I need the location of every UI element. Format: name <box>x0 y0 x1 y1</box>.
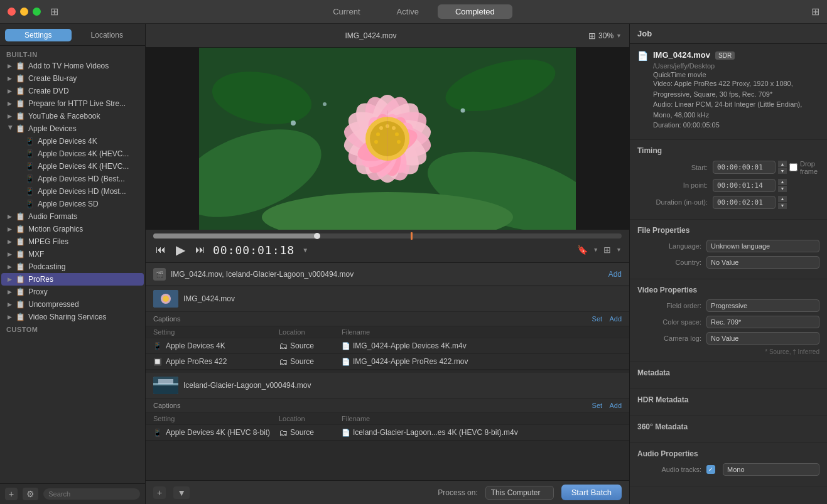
captions-add-button[interactable]: Add <box>609 315 622 323</box>
job-title: IMG_0424.mov, Iceland-Glacier-Lagoon_v00… <box>171 270 608 279</box>
start-input[interactable] <box>713 161 776 174</box>
tab-locations[interactable]: Locations <box>74 29 141 41</box>
sidebar-item-apple-sd[interactable]: 📱 Apple Devices SD <box>1 198 144 210</box>
chevron-icon: ▶ <box>8 289 14 295</box>
view-chevron-icon[interactable]: ▼ <box>616 247 622 253</box>
scrubber-track[interactable] <box>153 233 622 239</box>
sidebar-item-podcasting[interactable]: ▶ 📋 Podcasting <box>1 260 144 273</box>
country-select[interactable]: No Value <box>706 256 819 269</box>
titlebar-right: ⊞ <box>769 6 819 18</box>
camera-log-select[interactable]: No Value <box>706 332 819 345</box>
settings-button[interactable]: ⚙ <box>23 488 38 500</box>
drop-frame-checkbox: Drop frame <box>789 160 819 175</box>
maximize-button[interactable] <box>33 8 41 16</box>
in-point-input[interactable] <box>713 179 776 192</box>
minimize-button[interactable] <box>20 8 28 16</box>
captions-set-button[interactable]: Set <box>592 402 603 409</box>
duration-input[interactable] <box>713 196 776 209</box>
output-item-header: Iceland-Glacier-Lagoon_v000494.mov <box>146 373 629 399</box>
sidebar-item-create-dvd[interactable]: ▶ 📋 Create DVD <box>1 85 144 97</box>
video-properties-note: * Source, † Inferred <box>637 348 819 355</box>
sidebar-item-label: Apple Devices SD <box>38 200 99 208</box>
close-button[interactable] <box>8 8 16 16</box>
sidebar-item-apple-4k[interactable]: 📱 Apple Devices 4K <box>1 135 144 147</box>
sidebar-item-motion-graphics[interactable]: ▶ 📋 Motion Graphics <box>1 223 144 235</box>
location-cell: 🗂 Source <box>279 427 342 437</box>
add-preset-button[interactable]: + <box>5 488 18 500</box>
svg-rect-38 <box>153 385 178 394</box>
sidebar-item-youtube-facebook[interactable]: ▶ 📋 YouTube & Facebook <box>1 110 144 122</box>
sidebar-item-apple-4k-hevc2[interactable]: 📱 Apple Devices 4K (HEVC... <box>1 160 144 173</box>
language-field: Language: Unknown language <box>637 240 819 252</box>
sidebar-item-prores[interactable]: ▶ 📋 ProRes <box>1 273 144 286</box>
audio-tracks-value: ✓ Mono <box>706 463 819 476</box>
play-button[interactable]: ▶ <box>173 241 188 259</box>
sidebar-item-add-tv[interactable]: ▶ 📋 Add to TV Home Videos <box>1 60 144 72</box>
job-list: 🎬 IMG_0424.mov, Iceland-Glacier-Lagoon_v… <box>146 263 629 480</box>
sidebar-item-apple-devices[interactable]: ▶ 📋 Apple Devices <box>1 122 144 135</box>
language-select[interactable]: Unknown language <box>706 240 819 252</box>
job-path: /Users/jeffy/Desktop <box>653 62 819 70</box>
tab-completed[interactable]: Completed <box>438 4 512 19</box>
sidebar-item-mpeg-files[interactable]: ▶ 📋 MPEG Files <box>1 235 144 248</box>
transport-controls: ⏮ ▶ ⏭ 00:00:01:18 ▼ <box>153 241 308 259</box>
tab-settings[interactable]: Settings <box>5 29 72 41</box>
language-label: Language: <box>637 242 706 250</box>
sidebar-item-mxf[interactable]: ▶ 📋 MXF <box>1 248 144 260</box>
country-value: No Value <box>706 256 819 269</box>
view-icon[interactable]: ⊞ <box>603 245 611 255</box>
captions-label: Captions <box>153 402 180 409</box>
tab-active[interactable]: Active <box>379 4 436 19</box>
sidebar-item-label: Create Blu-ray <box>28 74 77 83</box>
sidebar-item-proxy[interactable]: ▶ 📋 Proxy <box>1 286 144 298</box>
chevron-down-icon[interactable]: ▼ <box>593 247 598 253</box>
layout-icon[interactable]: ⊞ <box>811 6 819 18</box>
right-panel-header: Job <box>630 24 827 44</box>
in-point-down-button[interactable]: ▼ <box>778 186 787 192</box>
audio-tracks-select[interactable]: Mono <box>723 463 819 476</box>
hdr-metadata-title: HDR Metadata <box>637 395 819 404</box>
audio-properties-title: Audio Properties <box>637 449 819 458</box>
sidebar-item-blu-ray[interactable]: ▶ 📋 Create Blu-ray <box>1 72 144 85</box>
sidebar-content: BUILT-IN ▶ 📋 Add to TV Home Videos ▶ 📋 C… <box>0 46 145 483</box>
tab-current[interactable]: Current <box>315 4 377 19</box>
job-settings-button[interactable]: ▼ <box>173 486 190 499</box>
sidebar-item-http-live[interactable]: ▶ 📋 Prepare for HTTP Live Stre... <box>1 97 144 110</box>
output-item-header: IMG_0424.mov <box>146 286 629 312</box>
start-up-button[interactable]: ▲ <box>778 161 787 167</box>
audio-tracks-checkbox[interactable]: ✓ <box>706 465 715 474</box>
add-job-button[interactable]: + <box>153 486 166 499</box>
sidebar-toggle-icon[interactable]: ⊞ <box>50 6 58 18</box>
start-stepper: ▲ ▼ <box>778 161 787 174</box>
sidebar-item-apple-hd-most[interactable]: 📱 Apple Devices HD (Most... <box>1 185 144 198</box>
go-to-start-button[interactable]: ⏮ <box>153 243 168 257</box>
add-output-button[interactable]: Add <box>608 270 622 279</box>
sidebar-item-apple-4k-hevc1[interactable]: 📱 Apple Devices 4K (HEVC... <box>1 147 144 160</box>
duration-down-button[interactable]: ▼ <box>778 203 787 209</box>
process-select[interactable]: This Computer <box>485 486 554 500</box>
sidebar-item-apple-hd-best[interactable]: 📱 Apple Devices HD (Best... <box>1 173 144 185</box>
captions-set-button[interactable]: Set <box>592 315 603 323</box>
captions-add-button[interactable]: Add <box>609 402 622 409</box>
in-point-up-button[interactable]: ▲ <box>778 179 787 185</box>
sidebar-item-video-sharing[interactable]: ▶ 📋 Video Sharing Services <box>1 311 144 323</box>
sidebar-item-label: Motion Graphics <box>28 225 83 233</box>
setting-name: Apple Devices 4K <box>166 341 225 350</box>
scrubber-thumb[interactable] <box>314 233 320 239</box>
search-input[interactable] <box>43 488 140 500</box>
field-order-select[interactable]: Progressive <box>706 299 819 312</box>
start-down-button[interactable]: ▼ <box>778 168 787 174</box>
duration-up-button[interactable]: ▲ <box>778 196 787 202</box>
sidebar-item-audio-formats[interactable]: ▶ 📋 Audio Formats <box>1 210 144 223</box>
start-batch-button[interactable]: Start Batch <box>561 485 622 500</box>
setting-cell: 🔲 Apple ProRes 422 <box>153 357 279 366</box>
drop-frame-check[interactable] <box>789 163 797 171</box>
svg-point-28 <box>379 126 383 130</box>
sidebar-item-uncompressed[interactable]: ▶ 📋 Uncompressed <box>1 298 144 311</box>
language-value: Unknown language <box>706 240 819 252</box>
color-space-select[interactable]: Rec. 709* <box>706 316 819 328</box>
go-to-end-button[interactable]: ⏭ <box>193 243 208 257</box>
filename-cell: 📄 Iceland-Glacier-Lagoon...es 4K (HEVC 8… <box>342 428 622 437</box>
bookmark-icon[interactable]: 🔖 <box>577 245 588 255</box>
preset-icon: 📋 <box>16 275 25 284</box>
